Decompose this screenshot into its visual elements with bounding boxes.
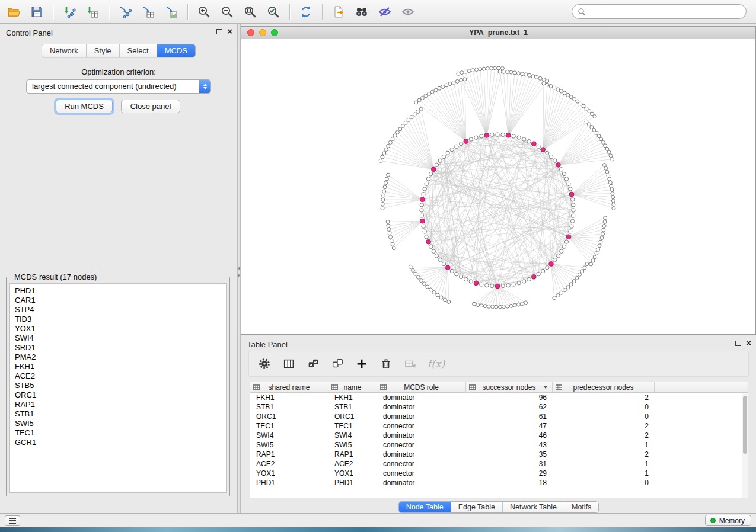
network-node[interactable]	[432, 249, 435, 253]
column-header-predecessor-nodes[interactable]: predecessor nodes	[553, 382, 655, 392]
network-leaf-node[interactable]	[599, 240, 602, 243]
mcds-result-item[interactable]: SWI5	[10, 419, 226, 428]
network-leaf-node[interactable]	[531, 75, 535, 78]
network-hub-node[interactable]	[569, 192, 574, 197]
network-leaf-node[interactable]	[563, 91, 566, 95]
network-leaf-node[interactable]	[578, 273, 582, 277]
zoom-fit-button[interactable]	[241, 3, 259, 21]
network-node[interactable]	[570, 198, 574, 201]
network-leaf-node[interactable]	[432, 291, 436, 294]
zoom-selected-button[interactable]	[264, 3, 282, 21]
network-hub-node[interactable]	[495, 284, 500, 289]
chevron-down-icon[interactable]	[543, 386, 548, 389]
network-leaf-node[interactable]	[573, 97, 576, 101]
scrollbar-thumb[interactable]	[743, 396, 747, 454]
network-leaf-node[interactable]	[390, 239, 393, 242]
network-leaf-node[interactable]	[430, 90, 434, 94]
network-leaf-node[interactable]	[585, 262, 589, 266]
network-leaf-node[interactable]	[384, 181, 388, 185]
network-leaf-node[interactable]	[593, 255, 596, 259]
network-leaf-node[interactable]	[611, 192, 614, 196]
network-leaf-node[interactable]	[506, 305, 509, 308]
network-node[interactable]	[570, 225, 573, 228]
network-node[interactable]	[450, 148, 454, 151]
network-leaf-node[interactable]	[590, 126, 594, 129]
network-leaf-node[interactable]	[604, 166, 608, 170]
network-node[interactable]	[527, 277, 531, 281]
network-leaf-node[interactable]	[414, 272, 417, 275]
network-leaf-node[interactable]	[381, 202, 384, 206]
network-leaf-node[interactable]	[569, 283, 573, 286]
network-leaf-node[interactable]	[419, 107, 423, 111]
mcds-result-item[interactable]: STB1	[10, 409, 226, 419]
network-leaf-node[interactable]	[583, 266, 586, 270]
network-leaf-node[interactable]	[509, 70, 513, 74]
network-node[interactable]	[429, 245, 432, 248]
network-leaf-node[interactable]	[513, 303, 516, 307]
network-leaf-node[interactable]	[414, 101, 418, 104]
zoom-in-button[interactable]	[195, 3, 213, 21]
network-node[interactable]	[435, 254, 438, 258]
network-node[interactable]	[512, 283, 515, 286]
network-node[interactable]	[571, 214, 575, 217]
table-row[interactable]: YOX1YOX1connector291	[250, 469, 748, 478]
network-leaf-node[interactable]	[516, 72, 520, 75]
network-leaf-node[interactable]	[445, 84, 448, 87]
network-leaf-node[interactable]	[605, 147, 609, 150]
network-node[interactable]	[564, 240, 568, 243]
network-node[interactable]	[517, 281, 521, 285]
network-hub-node[interactable]	[566, 235, 571, 239]
network-leaf-node[interactable]	[416, 275, 420, 279]
mcds-result-item[interactable]: RAP1	[10, 400, 226, 409]
network-node[interactable]	[562, 172, 566, 175]
network-leaf-node[interactable]	[495, 305, 498, 309]
network-leaf-node[interactable]	[585, 107, 588, 110]
network-leaf-node[interactable]	[383, 185, 387, 189]
network-leaf-node[interactable]	[382, 152, 386, 155]
network-leaf-node[interactable]	[588, 110, 591, 113]
network-leaf-node[interactable]	[379, 159, 382, 162]
network-leaf-node[interactable]	[413, 113, 416, 116]
column-header-shared-name[interactable]: shared name	[250, 382, 328, 392]
close-window-icon[interactable]	[247, 29, 254, 36]
network-leaf-node[interactable]	[389, 235, 393, 239]
network-hub-node[interactable]	[464, 139, 468, 144]
network-node[interactable]	[480, 134, 483, 138]
network-leaf-node[interactable]	[464, 70, 467, 73]
new-table-button[interactable]	[139, 3, 157, 21]
network-leaf-node[interactable]	[546, 83, 549, 86]
network-leaf-node[interactable]	[392, 246, 395, 250]
tab-node-table[interactable]: Node Table	[399, 502, 451, 512]
network-leaf-node[interactable]	[420, 96, 424, 100]
network-node[interactable]	[501, 284, 505, 287]
network-node[interactable]	[569, 187, 572, 191]
network-leaf-node[interactable]	[500, 66, 504, 70]
network-leaf-node[interactable]	[424, 94, 428, 98]
mcds-result-item[interactable]: YOX1	[10, 324, 226, 334]
network-leaf-node[interactable]	[419, 279, 423, 283]
mcds-result-item[interactable]: PHD1	[10, 286, 226, 296]
table-row[interactable]: TEC1TEC1connector472	[250, 421, 748, 431]
table-row[interactable]: SWI4SWI4dominator462	[250, 431, 748, 440]
network-leaf-node[interactable]	[602, 163, 606, 166]
network-leaf-node[interactable]	[516, 303, 520, 306]
network-node[interactable]	[450, 269, 454, 273]
network-node[interactable]	[567, 182, 570, 185]
network-leaf-node[interactable]	[566, 93, 570, 97]
network-leaf-node[interactable]	[384, 148, 388, 151]
tab-select[interactable]: Select	[120, 44, 157, 57]
save-session-button[interactable]	[28, 3, 46, 21]
network-node[interactable]	[501, 133, 505, 136]
network-leaf-node[interactable]	[393, 134, 397, 137]
network-node[interactable]	[490, 284, 494, 287]
network-leaf-node[interactable]	[580, 270, 584, 273]
network-leaf-node[interactable]	[436, 293, 439, 297]
network-node[interactable]	[569, 230, 572, 233]
network-hub-node[interactable]	[556, 162, 561, 167]
delete-column-button[interactable]	[379, 357, 393, 371]
network-node[interactable]	[490, 133, 494, 136]
network-leaf-node[interactable]	[387, 144, 390, 148]
network-leaf-node[interactable]	[524, 73, 528, 76]
network-leaf-node[interactable]	[572, 280, 576, 283]
network-node[interactable]	[442, 155, 445, 158]
